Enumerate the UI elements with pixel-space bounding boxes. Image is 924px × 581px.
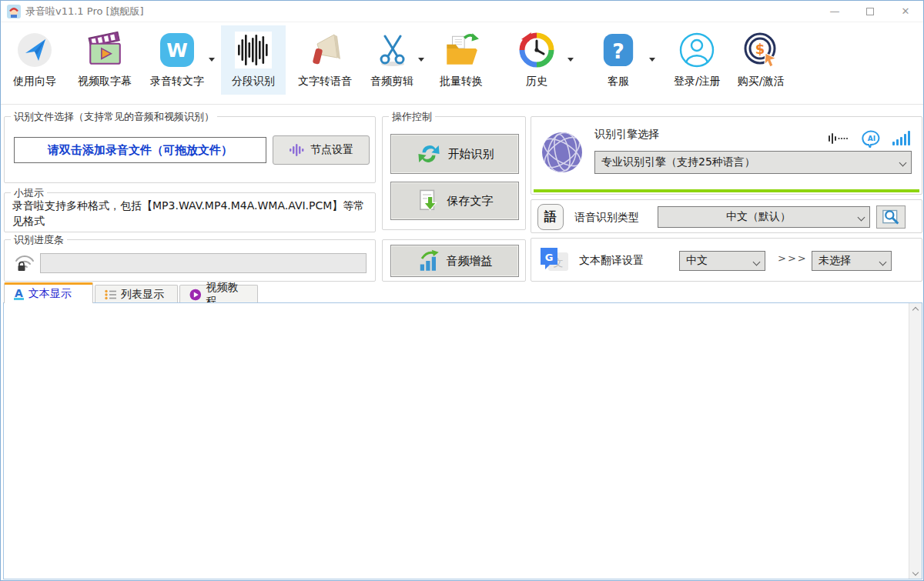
scroll-down-button[interactable] bbox=[909, 566, 922, 579]
node-settings-button[interactable]: 节点设置 bbox=[273, 135, 370, 165]
engine-label: 识别引擎选择 bbox=[594, 128, 659, 142]
app-window: 录音啦v11.1 Pro [旗舰版] — ✕ 使用向导 视频取字幕 bbox=[0, 0, 924, 581]
save-text-button[interactable]: 保存文字 bbox=[390, 182, 519, 220]
gain-groupbox: 音频增益 bbox=[382, 239, 526, 282]
dropdown-arrow-icon[interactable] bbox=[649, 58, 655, 65]
chevron-down-icon bbox=[912, 569, 919, 575]
scrollbar[interactable] bbox=[909, 303, 922, 579]
maximize-button[interactable] bbox=[852, 1, 888, 22]
waveform-icon bbox=[233, 30, 273, 70]
translate-icon: 文 G bbox=[539, 245, 570, 275]
folder-convert-icon bbox=[441, 30, 481, 70]
tip-groupbox: 小提示 录音啦支持多种格式，包括【MP3.WAV.MP4.M4A.WMA.AVI… bbox=[4, 192, 376, 232]
speech-type-label: 语音识别类型 bbox=[574, 211, 639, 225]
translate-to-value: 未选择 bbox=[819, 254, 851, 268]
translate-to-select[interactable]: 未选择 bbox=[812, 251, 892, 271]
save-document-icon bbox=[417, 189, 441, 213]
tab-bar: A 文本显示 列表显示 视频教程 bbox=[4, 282, 259, 303]
gain-chart-icon bbox=[417, 249, 440, 272]
language-icon-button[interactable]: 語 bbox=[537, 204, 564, 230]
dropdown-arrow-icon[interactable] bbox=[567, 58, 574, 65]
search-language-button[interactable] bbox=[876, 205, 906, 229]
start-recognition-button[interactable]: 开始识别 bbox=[390, 134, 519, 174]
audio-gain-label: 音频增益 bbox=[447, 254, 493, 269]
toolbar: 使用向导 视频取字幕 W 录音转文字 bbox=[1, 22, 923, 105]
toolbar-item-guide[interactable]: 使用向导 bbox=[8, 25, 61, 95]
speech-type-select[interactable]: 中文（默认） bbox=[658, 206, 870, 228]
tab-text-display[interactable]: A 文本显示 bbox=[4, 282, 93, 303]
tab-text-display-label: 文本显示 bbox=[28, 287, 72, 301]
engine-select[interactable]: 专业识别引擎（支持25种语言） bbox=[594, 151, 912, 174]
chevron-down-icon bbox=[899, 159, 907, 167]
svg-text:W: W bbox=[166, 39, 188, 62]
history-clock-icon bbox=[517, 30, 557, 70]
chevron-up-icon bbox=[912, 306, 919, 312]
translate-label: 文本翻译设置 bbox=[579, 254, 644, 268]
audio-gain-button[interactable]: 音频增益 bbox=[390, 245, 519, 277]
transcript-textarea[interactable] bbox=[3, 302, 922, 579]
globe-icon bbox=[541, 131, 584, 174]
progress-legend: 识别进度条 bbox=[11, 233, 67, 247]
ai-assistant-icon: AI bbox=[860, 129, 882, 148]
scissors-icon bbox=[372, 30, 412, 70]
list-icon bbox=[105, 289, 116, 300]
file-select-legend: 识别文件选择（支持常见的音频和视频识别） bbox=[11, 110, 217, 124]
translate-from-select[interactable]: 中文 bbox=[679, 251, 765, 271]
engine-select-value: 专业识别引擎（支持25种语言） bbox=[601, 155, 755, 169]
engine-accent-bar bbox=[534, 189, 919, 192]
dropdown-arrow-icon[interactable] bbox=[209, 58, 215, 65]
toolbar-item-buy[interactable]: $ 购买/激活 bbox=[733, 25, 789, 95]
chevron-down-icon bbox=[858, 214, 865, 222]
translate-from-value: 中文 bbox=[686, 254, 708, 268]
close-button[interactable]: ✕ bbox=[888, 1, 923, 22]
tab-list-display-label: 列表显示 bbox=[121, 288, 164, 302]
toolbar-item-history[interactable]: 历史 bbox=[512, 25, 561, 95]
tab-video-tutorial[interactable]: 视频教程 bbox=[179, 285, 258, 303]
toolbar-item-text-to-speech[interactable]: 文字转语音 bbox=[293, 25, 357, 95]
app-icon bbox=[7, 5, 21, 18]
svg-text:G: G bbox=[545, 252, 554, 263]
mini-waveform-icon bbox=[828, 132, 849, 145]
tip-text: 录音啦支持多种格式，包括【MP3.WAV.MP4.M4A.WMA.AVI.PCM… bbox=[12, 198, 369, 229]
wifi-lock-icon bbox=[14, 252, 35, 272]
dollar-cursor-icon: $ bbox=[741, 30, 781, 70]
dropdown-arrow-icon[interactable] bbox=[418, 58, 424, 65]
tab-list-display[interactable]: 列表显示 bbox=[95, 285, 178, 303]
chevron-down-icon bbox=[879, 258, 887, 265]
purple-waveform-icon bbox=[289, 142, 306, 159]
toolbar-item-audio-to-text[interactable]: W 录音转文字 bbox=[146, 25, 209, 95]
translate-separator: >>> bbox=[778, 252, 808, 264]
maximize-icon bbox=[866, 8, 874, 15]
clapperboard-icon bbox=[85, 30, 125, 70]
progress-groupbox: 识别进度条 bbox=[4, 239, 376, 282]
chevron-down-icon bbox=[753, 258, 761, 265]
play-circle-icon bbox=[189, 289, 202, 301]
toolbar-item-video-subtitle[interactable]: 视频取字幕 bbox=[73, 25, 136, 95]
svg-text:?: ? bbox=[612, 39, 624, 63]
speech-type-value: 中文（默认） bbox=[726, 210, 791, 224]
toolbar-item-login[interactable]: 登录/注册 bbox=[669, 25, 725, 95]
add-file-button[interactable]: 请双击添加录音文件（可拖放文件） bbox=[14, 137, 266, 163]
svg-text:AI: AI bbox=[868, 135, 875, 142]
minimize-button[interactable]: — bbox=[817, 1, 852, 22]
user-circle-icon bbox=[677, 30, 717, 70]
start-recognition-label: 开始识别 bbox=[448, 147, 494, 162]
toolbar-item-audio-edit[interactable]: 音频剪辑 bbox=[366, 25, 418, 95]
controls-groupbox: 操作控制 开始识别 保存文字 bbox=[382, 116, 526, 230]
megaphone-icon bbox=[305, 30, 345, 70]
controls-legend: 操作控制 bbox=[389, 110, 435, 124]
save-text-label: 保存文字 bbox=[447, 194, 494, 209]
scroll-up-button[interactable] bbox=[909, 303, 922, 316]
node-settings-label: 节点设置 bbox=[310, 143, 353, 157]
svg-text:$: $ bbox=[755, 41, 765, 57]
toolbar-item-support[interactable]: ? 客服 bbox=[594, 25, 643, 95]
titlebar: 录音啦v11.1 Pro [旗舰版] — ✕ bbox=[1, 1, 923, 22]
window-title: 录音啦v11.1 Pro [旗舰版] bbox=[25, 5, 144, 18]
toolbar-item-segment-recognition[interactable]: 分段识别 bbox=[221, 25, 286, 95]
file-select-groupbox: 识别文件选择（支持常见的音频和视频识别） 请双击添加录音文件（可拖放文件） 节点… bbox=[4, 116, 376, 183]
question-mark-icon: ? bbox=[598, 30, 638, 70]
progress-bar bbox=[40, 253, 367, 273]
toolbar-item-batch-convert[interactable]: 批量转换 bbox=[435, 25, 487, 95]
letter-a-icon: A bbox=[14, 289, 24, 300]
magnifier-document-icon bbox=[881, 209, 901, 225]
